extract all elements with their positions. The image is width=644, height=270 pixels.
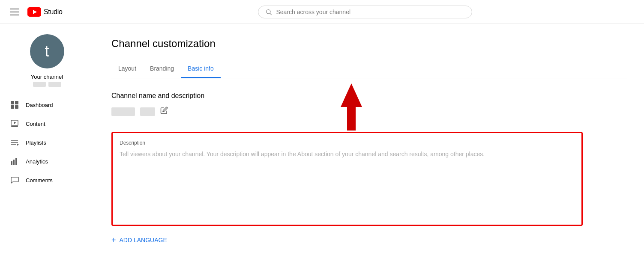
- content-icon: [10, 119, 19, 128]
- sidebar-item-analytics[interactable]: Analytics: [0, 152, 94, 171]
- search-input[interactable]: [276, 9, 465, 15]
- search-icon: [265, 9, 272, 15]
- svg-rect-16: [13, 160, 15, 165]
- tab-layout[interactable]: Layout: [111, 60, 143, 78]
- avatar: t: [30, 34, 64, 68]
- section-title: Channel name and description: [111, 92, 627, 100]
- comments-label: Comments: [26, 177, 53, 184]
- brand-name: Studio: [44, 8, 63, 16]
- search-area: [93, 6, 637, 18]
- main-content: Channel customization Layout Branding Ba…: [94, 24, 644, 270]
- tab-branding[interactable]: Branding: [143, 60, 181, 78]
- header-left: Studio: [7, 5, 93, 19]
- svg-point-2: [266, 9, 270, 13]
- sidebar: t Your channel Dashboard: [0, 24, 94, 270]
- channel-sub-info: [33, 82, 61, 87]
- tabs-bar: Layout Branding Basic info: [111, 60, 627, 78]
- svg-marker-9: [14, 122, 16, 124]
- sidebar-item-playlists[interactable]: Playlists: [0, 133, 94, 152]
- description-label: Description: [120, 140, 575, 146]
- analytics-label: Analytics: [26, 158, 48, 165]
- svg-line-3: [270, 13, 272, 15]
- svg-rect-15: [11, 161, 12, 165]
- hamburger-menu[interactable]: [7, 5, 22, 19]
- svg-rect-6: [11, 105, 14, 109]
- svg-rect-10: [11, 126, 18, 127]
- nav-items: Dashboard Content: [0, 95, 94, 190]
- sidebar-item-dashboard[interactable]: Dashboard: [0, 95, 94, 114]
- analytics-icon: [10, 157, 19, 166]
- app-body: t Your channel Dashboard: [0, 24, 644, 270]
- page-title: Channel customization: [111, 38, 627, 50]
- svg-rect-5: [15, 101, 18, 104]
- channel-name-area: [111, 107, 627, 116]
- top-header: Studio: [0, 0, 644, 24]
- channel-name-blur2: [140, 107, 155, 116]
- content-area: Channel name and description: [111, 92, 627, 244]
- edit-icon[interactable]: [160, 107, 168, 116]
- description-placeholder: Tell viewers about your channel. Your de…: [120, 149, 575, 159]
- search-bar[interactable]: [258, 6, 472, 18]
- youtube-icon: [27, 7, 41, 17]
- tab-basic-info[interactable]: Basic info: [181, 60, 221, 78]
- sub-blur-2: [48, 82, 61, 87]
- channel-name: Your channel: [31, 74, 63, 80]
- playlists-label: Playlists: [26, 139, 46, 146]
- comments-icon: [10, 176, 19, 184]
- plus-icon: +: [111, 236, 116, 244]
- svg-rect-4: [11, 101, 14, 104]
- description-box[interactable]: Description Tell viewers about your chan…: [111, 132, 583, 226]
- add-language-button[interactable]: + ADD LANGUAGE: [111, 236, 627, 244]
- sidebar-item-content[interactable]: Content: [0, 114, 94, 133]
- svg-marker-14: [17, 143, 19, 146]
- dashboard-icon: [10, 101, 19, 109]
- content-label: Content: [26, 121, 45, 127]
- svg-rect-17: [15, 158, 17, 165]
- svg-rect-7: [15, 105, 18, 109]
- logo-area[interactable]: Studio: [27, 7, 63, 17]
- sub-blur-1: [33, 82, 46, 87]
- channel-name-blur: [111, 107, 135, 116]
- add-language-label: ADD LANGUAGE: [120, 237, 167, 243]
- sidebar-item-comments[interactable]: Comments: [0, 171, 94, 190]
- dashboard-label: Dashboard: [26, 102, 53, 108]
- playlists-icon: [10, 138, 19, 147]
